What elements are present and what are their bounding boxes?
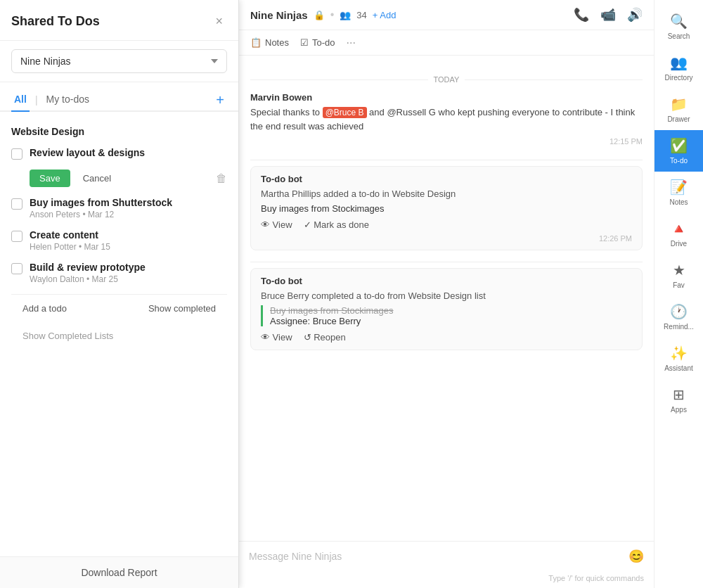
bot-sender-1: To-do bot (261, 174, 632, 184)
nav-apps[interactable]: ⊞ Apps (654, 379, 703, 421)
delete-button[interactable]: 🗑 (216, 172, 227, 185)
show-completed-link[interactable]: Show completed (148, 303, 216, 314)
bot-message-2: To-do bot Bruce Berry completed a to-do … (250, 268, 643, 350)
right-nav: 🔍 Search 👥 Directory 📁 Drawer ✅ To-do 📝 … (654, 0, 703, 588)
editing-label: Review layout & designs (30, 147, 145, 158)
view-button-2[interactable]: 👁 View (261, 332, 292, 343)
mute-button[interactable]: 🔊 (627, 7, 643, 23)
mention-bruce: @Bruce B (323, 107, 367, 118)
todo-list-content: Website Design Review layout & designs S… (0, 112, 238, 556)
editing-checkbox[interactable] (11, 148, 22, 160)
add-member-link[interactable]: + Add (373, 10, 396, 20)
todo-checkbox-3[interactable] (11, 263, 22, 274)
reopen-button[interactable]: ↺ Reopen (304, 332, 346, 343)
completed-item-name: Buy images from Stockimages (270, 305, 632, 316)
editing-item: Review layout & designs Save Cancel 🗑 (11, 147, 227, 187)
section-title: Website Design (11, 126, 227, 137)
emoji-button[interactable]: 😊 (628, 549, 644, 564)
video-call-button[interactable]: 📹 (600, 7, 616, 23)
nav-drive[interactable]: 🔺 Drive (654, 213, 703, 255)
nav-search[interactable]: 🔍 Search (654, 6, 703, 47)
sidebar-title: Shared To Dos (11, 14, 100, 29)
download-report-button[interactable]: Download Report (0, 556, 238, 588)
bot-item-1: Buy images from Stockimages (261, 203, 632, 214)
todo-checkbox-1[interactable] (11, 198, 22, 210)
show-completed-lists-link[interactable]: Show Completed Lists (22, 331, 113, 341)
todo-item: Buy images from Shutterstock Anson Peter… (11, 197, 227, 219)
notes-icon: 📋 (250, 37, 262, 48)
nav-notes[interactable]: 📝 Notes (654, 172, 703, 213)
save-button[interactable]: Save (30, 170, 70, 187)
quick-commands-hint: Type '/' for quick commands (239, 571, 654, 588)
chat-input-area: 😊 (239, 541, 654, 571)
remind-icon: 🕐 (670, 303, 688, 320)
fav-icon: ★ (673, 262, 685, 279)
apps-icon: ⊞ (673, 386, 685, 403)
nav-assistant[interactable]: ✨ Assistant (654, 338, 703, 379)
voice-call-button[interactable]: 📞 (574, 7, 589, 23)
todo-item: Build & review prototype Waylon Dalton •… (11, 262, 227, 284)
todo-meta-3: Waylon Dalton • Mar 25 (30, 274, 146, 284)
todo-label: To-do (670, 157, 688, 165)
bot-completed-item: Buy images from Stockimages Assignee: Br… (261, 305, 632, 326)
group-dropdown[interactable]: Nine Ninjas (11, 49, 227, 73)
notes-label: Notes (265, 37, 289, 48)
bot-sender-2: To-do bot (261, 276, 632, 286)
notes-label: Notes (669, 198, 688, 206)
todo-label-2: Create content (30, 229, 110, 241)
todo-meta-2: Helen Potter • Mar 15 (30, 242, 110, 252)
more-nav-button[interactable]: ··· (347, 37, 356, 49)
sidebar-panel: Shared To Dos × Nine Ninjas All | My to-… (0, 0, 239, 588)
todo-checkbox-2[interactable] (11, 231, 22, 242)
assignee-label: Assignee: Bruce Berry (270, 316, 632, 326)
close-button[interactable]: × (211, 13, 227, 30)
chat-header: Nine Ninjas 🔒 • 👥 34 + Add 📞 📹 🔊 (239, 0, 654, 30)
nav-todo[interactable]: ✅ To-do (654, 130, 703, 172)
message-sender: Marvin Bowen (250, 92, 643, 103)
tab-all[interactable]: All (11, 89, 30, 112)
tab-my-todos[interactable]: My to-dos (44, 89, 92, 112)
todo-nav-label: To-do (312, 37, 335, 48)
main-area: Nine Ninjas 🔒 • 👥 34 + Add 📞 📹 🔊 📋 Notes… (239, 0, 654, 588)
date-divider: TODAY (250, 75, 643, 84)
view-button-1[interactable]: 👁 View (261, 219, 292, 230)
bot-text-2: Bruce Berry completed a to-do from Websi… (261, 290, 632, 301)
nav-remind[interactable]: 🕐 Remind... (654, 296, 703, 338)
todo-label-1: Buy images from Shutterstock (30, 197, 172, 208)
nav-fav[interactable]: ★ Fav (654, 255, 703, 296)
app-container: Shared To Dos × Nine Ninjas All | My to-… (0, 0, 703, 588)
bot-message-1: To-do bot Martha Phillips added a to-do … (250, 166, 643, 250)
chat-input[interactable] (249, 551, 623, 562)
header-actions: 📞 📹 🔊 (574, 7, 643, 23)
message-block: Marvin Bowen Special thanks to @Bruce B … (250, 92, 643, 146)
add-todo-link[interactable]: Add a todo (22, 303, 67, 314)
remind-label: Remind... (664, 323, 694, 331)
bot-time-1: 12:26 PM (261, 234, 632, 243)
separator (250, 160, 643, 160)
dropdown-wrap: Nine Ninjas (0, 41, 238, 82)
todo-label-3: Build & review prototype (30, 262, 146, 273)
drive-label: Drive (671, 240, 687, 248)
directory-label: Directory (664, 74, 692, 82)
search-label: Search (668, 32, 690, 40)
show-completed-lists: Show Completed Lists (11, 322, 227, 353)
nav-drawer[interactable]: 📁 Drawer (654, 89, 703, 130)
sidebar-header: Shared To Dos × (0, 0, 238, 41)
footer-links: Add a todo Show completed (11, 294, 227, 322)
bot-text-1: Martha Phillips added a to-do in Website… (261, 188, 632, 199)
tab-add-button[interactable]: + (213, 91, 227, 110)
todo-item: Create content Helen Potter • Mar 15 (11, 229, 227, 252)
notes-nav-item[interactable]: 📋 Notes (250, 34, 289, 51)
cancel-button[interactable]: Cancel (76, 170, 118, 187)
chat-sub-nav: 📋 Notes ☑ To-do ··· (239, 30, 654, 56)
nav-directory[interactable]: 👥 Directory (654, 47, 703, 89)
member-count: 34 (356, 10, 366, 20)
assistant-icon: ✨ (670, 345, 688, 362)
todo-nav-item[interactable]: ☑ To-do (300, 34, 335, 51)
bot-actions-2: 👁 View ↺ Reopen (261, 332, 632, 343)
separator-2 (250, 262, 643, 262)
notes-icon: 📝 (670, 179, 688, 196)
fav-label: Fav (673, 281, 685, 289)
mark-done-button[interactable]: ✓ Mark as done (304, 219, 369, 230)
drawer-icon: 📁 (670, 96, 688, 113)
